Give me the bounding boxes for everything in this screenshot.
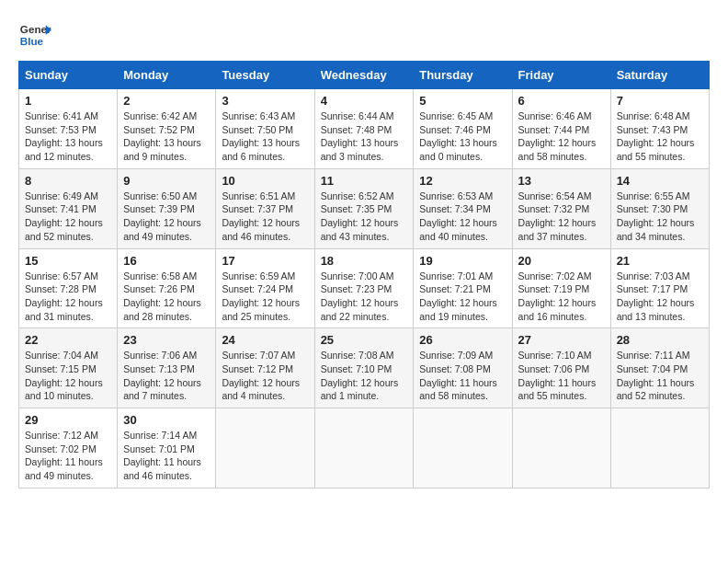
day-number: 15	[25, 254, 111, 268]
day-info: Sunrise: 7:09 AM Sunset: 7:08 PM Dayligh…	[419, 349, 506, 403]
day-number: 2	[123, 94, 210, 108]
day-number: 25	[321, 333, 408, 347]
col-header-wednesday: Wednesday	[314, 62, 414, 89]
calendar-cell: 21Sunrise: 7:03 AM Sunset: 7:17 PM Dayli…	[610, 248, 709, 328]
day-info: Sunrise: 6:49 AM Sunset: 7:41 PM Dayligh…	[25, 190, 111, 244]
day-info: Sunrise: 6:50 AM Sunset: 7:39 PM Dayligh…	[123, 190, 210, 244]
col-header-friday: Friday	[512, 62, 610, 89]
day-number: 23	[123, 333, 210, 347]
calendar-cell	[314, 408, 414, 488]
day-info: Sunrise: 6:58 AM Sunset: 7:26 PM Dayligh…	[123, 270, 210, 324]
day-info: Sunrise: 6:44 AM Sunset: 7:48 PM Dayligh…	[321, 109, 408, 164]
day-info: Sunrise: 6:43 AM Sunset: 7:50 PM Dayligh…	[222, 109, 308, 164]
day-number: 26	[419, 333, 506, 347]
day-number: 3	[222, 94, 308, 108]
calendar-cell: 8Sunrise: 6:49 AM Sunset: 7:41 PM Daylig…	[19, 168, 118, 248]
col-header-sunday: Sunday	[19, 62, 118, 89]
calendar-cell: 3Sunrise: 6:43 AM Sunset: 7:50 PM Daylig…	[216, 89, 314, 169]
calendar-cell: 11Sunrise: 6:52 AM Sunset: 7:35 PM Dayli…	[314, 168, 414, 248]
day-number: 12	[419, 174, 506, 188]
day-info: Sunrise: 7:10 AM Sunset: 7:06 PM Dayligh…	[518, 349, 605, 403]
day-number: 22	[25, 333, 111, 347]
day-number: 8	[25, 174, 111, 188]
calendar-cell: 27Sunrise: 7:10 AM Sunset: 7:06 PM Dayli…	[512, 328, 610, 408]
day-info: Sunrise: 6:51 AM Sunset: 7:37 PM Dayligh…	[222, 190, 308, 244]
day-number: 20	[518, 254, 605, 268]
day-number: 1	[25, 94, 111, 108]
day-info: Sunrise: 6:45 AM Sunset: 7:46 PM Dayligh…	[419, 109, 506, 164]
day-info: Sunrise: 7:04 AM Sunset: 7:15 PM Dayligh…	[25, 349, 111, 403]
day-info: Sunrise: 6:48 AM Sunset: 7:43 PM Dayligh…	[617, 109, 703, 164]
calendar-cell: 16Sunrise: 6:58 AM Sunset: 7:26 PM Dayli…	[118, 248, 216, 328]
col-header-saturday: Saturday	[610, 62, 709, 89]
col-header-thursday: Thursday	[414, 62, 512, 89]
calendar-cell: 9Sunrise: 6:50 AM Sunset: 7:39 PM Daylig…	[118, 168, 216, 248]
logo-icon: General Blue	[18, 18, 51, 52]
day-number: 17	[222, 254, 308, 268]
calendar-cell: 5Sunrise: 6:45 AM Sunset: 7:46 PM Daylig…	[414, 89, 512, 169]
day-number: 6	[518, 94, 605, 108]
day-number: 14	[617, 174, 703, 188]
day-info: Sunrise: 6:46 AM Sunset: 7:44 PM Dayligh…	[518, 109, 605, 164]
calendar-cell: 17Sunrise: 6:59 AM Sunset: 7:24 PM Dayli…	[216, 248, 314, 328]
day-info: Sunrise: 7:00 AM Sunset: 7:23 PM Dayligh…	[321, 270, 408, 324]
day-number: 10	[222, 174, 308, 188]
day-number: 28	[617, 333, 703, 347]
calendar-week-4: 22Sunrise: 7:04 AM Sunset: 7:15 PM Dayli…	[19, 328, 710, 408]
day-info: Sunrise: 7:14 AM Sunset: 7:01 PM Dayligh…	[123, 429, 210, 483]
day-number: 27	[518, 333, 605, 347]
calendar-cell: 13Sunrise: 6:54 AM Sunset: 7:32 PM Dayli…	[512, 168, 610, 248]
col-header-tuesday: Tuesday	[216, 62, 314, 89]
day-info: Sunrise: 6:41 AM Sunset: 7:53 PM Dayligh…	[25, 109, 111, 164]
day-info: Sunrise: 7:01 AM Sunset: 7:21 PM Dayligh…	[419, 270, 506, 324]
calendar-cell	[414, 408, 512, 488]
calendar-cell	[610, 408, 709, 488]
calendar-cell: 26Sunrise: 7:09 AM Sunset: 7:08 PM Dayli…	[414, 328, 512, 408]
col-header-monday: Monday	[118, 62, 216, 89]
calendar-cell: 28Sunrise: 7:11 AM Sunset: 7:04 PM Dayli…	[610, 328, 709, 408]
calendar-cell: 1Sunrise: 6:41 AM Sunset: 7:53 PM Daylig…	[19, 89, 118, 169]
svg-text:Blue: Blue	[20, 35, 44, 47]
calendar-cell: 14Sunrise: 6:55 AM Sunset: 7:30 PM Dayli…	[610, 168, 709, 248]
day-number: 16	[123, 254, 210, 268]
day-number: 18	[321, 254, 408, 268]
day-info: Sunrise: 7:03 AM Sunset: 7:17 PM Dayligh…	[617, 270, 703, 324]
day-info: Sunrise: 6:55 AM Sunset: 7:30 PM Dayligh…	[617, 190, 703, 244]
day-info: Sunrise: 7:11 AM Sunset: 7:04 PM Dayligh…	[617, 349, 703, 403]
calendar-cell	[216, 408, 314, 488]
calendar-cell: 15Sunrise: 6:57 AM Sunset: 7:28 PM Dayli…	[19, 248, 118, 328]
calendar-cell	[512, 408, 610, 488]
day-number: 5	[419, 94, 506, 108]
day-number: 19	[419, 254, 506, 268]
calendar-table: SundayMondayTuesdayWednesdayThursdayFrid…	[18, 61, 710, 488]
calendar-cell: 22Sunrise: 7:04 AM Sunset: 7:15 PM Dayli…	[19, 328, 118, 408]
calendar-cell: 2Sunrise: 6:42 AM Sunset: 7:52 PM Daylig…	[118, 89, 216, 169]
calendar-cell: 18Sunrise: 7:00 AM Sunset: 7:23 PM Dayli…	[314, 248, 414, 328]
day-info: Sunrise: 6:42 AM Sunset: 7:52 PM Dayligh…	[123, 109, 210, 164]
calendar-cell: 25Sunrise: 7:08 AM Sunset: 7:10 PM Dayli…	[314, 328, 414, 408]
calendar-week-2: 8Sunrise: 6:49 AM Sunset: 7:41 PM Daylig…	[19, 168, 710, 248]
calendar-week-3: 15Sunrise: 6:57 AM Sunset: 7:28 PM Dayli…	[19, 248, 710, 328]
calendar-week-1: 1Sunrise: 6:41 AM Sunset: 7:53 PM Daylig…	[19, 89, 710, 169]
calendar-cell: 7Sunrise: 6:48 AM Sunset: 7:43 PM Daylig…	[610, 89, 709, 169]
calendar-cell: 30Sunrise: 7:14 AM Sunset: 7:01 PM Dayli…	[118, 408, 216, 488]
day-number: 29	[25, 413, 111, 427]
logo: General Blue	[18, 18, 51, 52]
calendar-cell: 29Sunrise: 7:12 AM Sunset: 7:02 PM Dayli…	[19, 408, 118, 488]
day-number: 4	[321, 94, 408, 108]
day-number: 11	[321, 174, 408, 188]
calendar-cell: 24Sunrise: 7:07 AM Sunset: 7:12 PM Dayli…	[216, 328, 314, 408]
day-info: Sunrise: 7:12 AM Sunset: 7:02 PM Dayligh…	[25, 429, 111, 483]
day-number: 9	[123, 174, 210, 188]
page-header: General Blue	[18, 18, 710, 52]
day-info: Sunrise: 6:54 AM Sunset: 7:32 PM Dayligh…	[518, 190, 605, 244]
calendar-cell: 12Sunrise: 6:53 AM Sunset: 7:34 PM Dayli…	[414, 168, 512, 248]
day-info: Sunrise: 6:59 AM Sunset: 7:24 PM Dayligh…	[222, 270, 308, 324]
day-number: 7	[617, 94, 703, 108]
calendar-cell: 23Sunrise: 7:06 AM Sunset: 7:13 PM Dayli…	[118, 328, 216, 408]
calendar-cell: 20Sunrise: 7:02 AM Sunset: 7:19 PM Dayli…	[512, 248, 610, 328]
day-info: Sunrise: 7:02 AM Sunset: 7:19 PM Dayligh…	[518, 270, 605, 324]
calendar-week-5: 29Sunrise: 7:12 AM Sunset: 7:02 PM Dayli…	[19, 408, 710, 488]
calendar-cell: 10Sunrise: 6:51 AM Sunset: 7:37 PM Dayli…	[216, 168, 314, 248]
day-info: Sunrise: 6:53 AM Sunset: 7:34 PM Dayligh…	[419, 190, 506, 244]
